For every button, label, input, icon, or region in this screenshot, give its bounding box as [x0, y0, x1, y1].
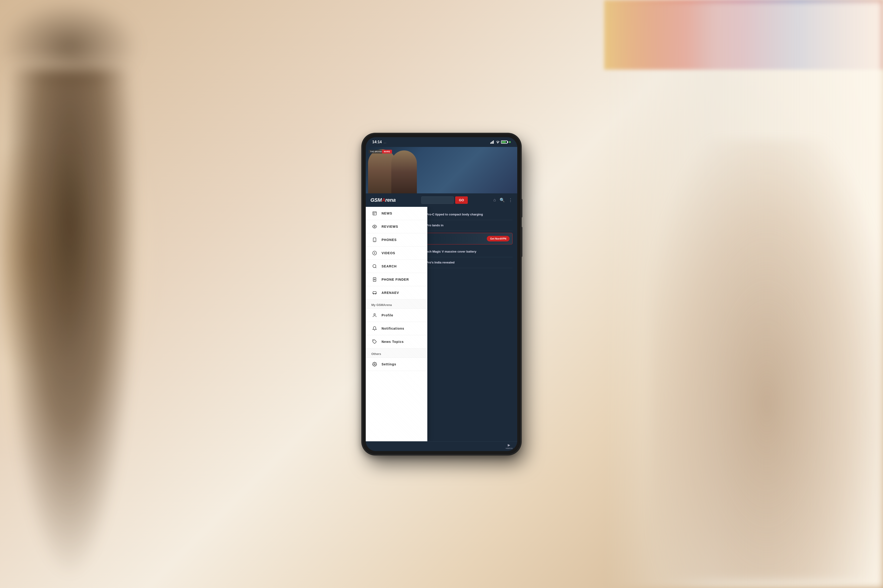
- person-right-silhouette: [651, 139, 883, 580]
- bottom-bar: ▶ VIDEOS: [366, 441, 517, 451]
- svg-rect-5: [373, 212, 376, 215]
- nav-item-news-topics[interactable]: News Topics: [366, 335, 427, 348]
- news-title-4: Pro's India revealed: [426, 261, 513, 265]
- nordvpn-banner: Get NordVPN: [426, 233, 513, 244]
- nav-item-settings[interactable]: Settings: [366, 358, 427, 371]
- news-title-2: Pro lands in: [426, 224, 513, 228]
- news-title-3: nch Magic V massive cover battery: [426, 249, 513, 254]
- finder-icon: [371, 276, 378, 283]
- eye-icon: [371, 224, 378, 230]
- news-icon: [371, 210, 378, 217]
- nav-item-phone-finder[interactable]: PHONE FINDER: [366, 273, 427, 286]
- news-item-1[interactable]: Pro-C tipped to compact body charging: [426, 209, 513, 220]
- search-nav-icon: [371, 263, 378, 270]
- signal-icon: [490, 141, 495, 144]
- nav-videos-label: VIDEOS: [382, 251, 395, 255]
- active-indicator: [509, 141, 511, 143]
- nav-drawer: NEWS REVIEWS: [366, 207, 427, 441]
- svg-rect-3: [493, 141, 494, 144]
- bottom-videos-label: VIDEOS: [505, 447, 513, 449]
- svg-point-4: [498, 143, 498, 143]
- nav-profile-label: Profile: [382, 314, 393, 317]
- power-button[interactable]: [520, 227, 522, 257]
- search-bar[interactable]: [421, 196, 454, 204]
- nav-arenaev-label: ARENAEV: [382, 291, 399, 295]
- scene: 14:14 ...: [0, 0, 883, 588]
- svg-rect-2: [492, 141, 493, 144]
- svg-point-16: [374, 279, 375, 280]
- app-header: GSMArena GO ⌂ 🔍 ⋮: [366, 194, 517, 207]
- person-icon: [371, 312, 378, 318]
- nav-phones-label: PHONES: [382, 238, 397, 242]
- bell-icon: [371, 325, 378, 332]
- person-left-silhouette: [0, 70, 140, 580]
- volume-up-button[interactable]: [520, 199, 522, 218]
- video-brand-banner: THE BRAND: [369, 150, 384, 153]
- home-icon[interactable]: ⌂: [493, 198, 496, 202]
- my-gsmarena-section-header: My GSMArena: [366, 300, 427, 309]
- status-dots: ...: [384, 140, 387, 144]
- wifi-icon: [496, 141, 499, 144]
- nav-item-videos[interactable]: VIDEOS: [366, 246, 427, 260]
- play-icon: [371, 250, 378, 256]
- nav-item-arenaev[interactable]: ARENAEV: [366, 286, 427, 300]
- svg-point-22: [374, 363, 375, 364]
- nav-search-label: SEARCH: [382, 264, 397, 268]
- status-time: 14:14: [372, 140, 382, 144]
- content-area: Pro-C tipped to compact body charging Pr…: [366, 207, 517, 441]
- gear-icon: [371, 361, 378, 368]
- bottom-videos-item[interactable]: ▶ VIDEOS: [505, 443, 513, 449]
- nav-item-phones[interactable]: PHONES: [366, 233, 427, 246]
- svg-point-13: [373, 264, 376, 267]
- news-item-2[interactable]: Pro lands in: [426, 220, 513, 231]
- video-mars-badge: MARS: [382, 150, 392, 153]
- search-icon[interactable]: 🔍: [499, 198, 505, 202]
- nav-notifications-label: Notifications: [382, 327, 404, 330]
- go-button[interactable]: GO: [455, 196, 468, 204]
- svg-marker-12: [374, 252, 375, 254]
- battery-fill: [502, 141, 506, 143]
- nav-phone-finder-label: PHONE FINDER: [382, 278, 409, 281]
- header-icons: ⌂ 🔍 ⋮: [493, 198, 513, 202]
- svg-point-8: [374, 226, 375, 227]
- svg-rect-1: [491, 142, 492, 144]
- more-icon[interactable]: ⋮: [508, 198, 513, 202]
- nav-item-news[interactable]: NEWS: [366, 207, 427, 220]
- phone-icon: [371, 237, 378, 243]
- others-section-header: Others: [366, 348, 427, 358]
- phone-screen: 14:14 ...: [366, 137, 517, 451]
- nav-news-label: NEWS: [382, 212, 392, 215]
- nav-item-search[interactable]: SEARCH: [366, 260, 427, 273]
- tag-icon: [371, 339, 378, 345]
- status-icons: [490, 141, 511, 144]
- play-circle-icon: ▶: [508, 443, 510, 447]
- nav-reviews-label: REVIEWS: [382, 225, 398, 228]
- svg-line-14: [376, 267, 376, 268]
- nav-news-topics-label: News Topics: [382, 340, 404, 344]
- phone: 14:14 ...: [363, 134, 520, 454]
- nav-item-profile[interactable]: Profile: [366, 309, 427, 322]
- svg-rect-0: [490, 142, 491, 144]
- svg-rect-15: [373, 278, 376, 281]
- news-item-4[interactable]: Pro's India revealed: [426, 257, 513, 268]
- svg-point-20: [374, 314, 376, 315]
- car-icon: [371, 290, 378, 296]
- video-person-right: [391, 150, 417, 194]
- news-item-3[interactable]: nch Magic V massive cover battery: [426, 246, 513, 257]
- news-title-1: Pro-C tipped to compact body charging: [426, 212, 513, 217]
- phone-wrapper: 14:14 ...: [363, 134, 520, 454]
- video-thumbnail-img: THE BRAND MARS: [366, 147, 517, 194]
- nav-item-notifications[interactable]: Notifications: [366, 322, 427, 335]
- nordvpn-button[interactable]: Get NordVPN: [487, 236, 510, 242]
- battery-icon: [501, 141, 507, 144]
- nav-item-reviews[interactable]: REVIEWS: [366, 220, 427, 233]
- nav-settings-label: Settings: [382, 362, 396, 366]
- gsmarena-logo: GSMArena: [370, 197, 396, 203]
- video-thumbnail: THE BRAND MARS: [366, 147, 517, 194]
- status-bar: 14:14 ...: [366, 137, 517, 147]
